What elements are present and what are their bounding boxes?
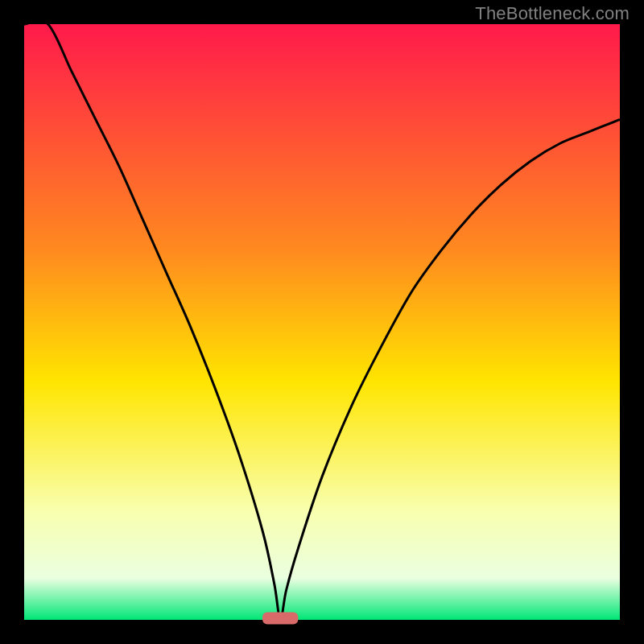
plot-area xyxy=(24,24,620,620)
watermark-text: TheBottleneck.com xyxy=(475,3,630,24)
chart-frame: TheBottleneck.com xyxy=(0,0,644,644)
optimal-marker xyxy=(262,613,298,625)
bottleneck-chart xyxy=(0,0,644,644)
